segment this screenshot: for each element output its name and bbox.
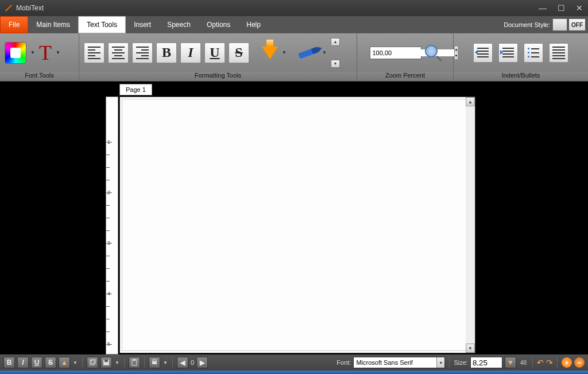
window-border-bottom <box>0 371 588 374</box>
status-number: 48 <box>520 360 527 366</box>
underline-button[interactable]: U <box>204 43 225 63</box>
page-scrollbar[interactable]: ▲ ▼ <box>466 97 475 353</box>
document-page[interactable]: ▲ ▼ <box>119 97 475 353</box>
highlight-dropdown[interactable]: ▼ <box>322 43 327 63</box>
svg-rect-7 <box>153 360 156 361</box>
status-next-button[interactable]: ▶ <box>196 357 208 368</box>
status-up-dropdown[interactable]: ▼ <box>72 352 78 373</box>
statusbar: B I U S ▲ ▼ ▼ ▼ ◀ 0 ▶ Font: Microsoft Sa… <box>0 354 588 371</box>
menu-help[interactable]: Help <box>238 16 269 33</box>
bullets-button[interactable] <box>524 43 543 63</box>
justify-button[interactable] <box>549 43 568 63</box>
insert-arrow-dropdown[interactable]: ▼ <box>281 43 287 63</box>
scroll-up-button[interactable]: ▲ <box>466 97 475 106</box>
app-icon <box>5 4 13 12</box>
menu-speech[interactable]: Speech <box>159 16 199 33</box>
status-strike-button[interactable]: S <box>45 357 56 368</box>
menu-main-items[interactable]: Main Items <box>28 16 78 33</box>
increase-indent-button[interactable] <box>498 43 518 63</box>
format-down-button[interactable]: ▼ <box>331 60 340 68</box>
ribbon-label-indent: Indent/Bullets <box>454 72 588 81</box>
bold-button[interactable]: B <box>156 43 177 63</box>
status-paste-button[interactable] <box>129 357 140 368</box>
status-bold-button[interactable]: B <box>3 357 15 368</box>
format-up-button[interactable]: ▲ <box>331 38 340 46</box>
window-title: MobiText <box>16 4 539 12</box>
ribbon-label-font-tools: Font Tools <box>0 72 79 81</box>
zoom-input[interactable]: ▲ ▼ <box>370 47 421 59</box>
zoom-magnifier-icon[interactable] <box>425 45 441 61</box>
document-style-swatch[interactable] <box>552 18 567 31</box>
redo-button[interactable]: ↷ <box>546 358 553 367</box>
status-italic-button[interactable]: I <box>17 357 29 368</box>
font-color-dropdown[interactable]: ▼ <box>30 43 36 63</box>
align-center-button[interactable] <box>108 43 129 63</box>
status-print-button[interactable] <box>149 357 160 368</box>
menu-file[interactable]: File <box>0 16 28 33</box>
page-tab[interactable]: Page 1 <box>119 84 152 95</box>
vertical-ruler: 1 2 3 4 5 <box>106 97 118 354</box>
svg-rect-1 <box>91 359 95 364</box>
ribbon-label-zoom: Zoom Percent <box>357 72 453 81</box>
font-style-dropdown[interactable]: ▼ <box>55 43 61 63</box>
scroll-down-button[interactable]: ▼ <box>466 344 475 353</box>
decrease-indent-button[interactable] <box>473 43 493 63</box>
document-style-label: Document Style: <box>504 21 550 28</box>
strikethrough-button[interactable]: S <box>229 43 249 63</box>
zoom-in-button[interactable]: + <box>562 357 572 368</box>
font-select-dropdown[interactable]: ▼ <box>436 357 444 368</box>
font-label: Font: <box>336 359 351 366</box>
align-left-button[interactable] <box>84 43 105 63</box>
zoom-value-field[interactable] <box>370 49 454 56</box>
menu-options[interactable]: Options <box>199 16 238 33</box>
status-print-dropdown[interactable]: ▼ <box>163 352 168 373</box>
status-copy-button[interactable] <box>87 357 98 368</box>
titlebar: MobiText — ☐ ✕ <box>0 0 588 16</box>
font-select[interactable]: Microsoft Sans Serif ▼ <box>353 357 445 368</box>
zoom-out-button[interactable]: − <box>574 357 585 368</box>
undo-button[interactable]: ↶ <box>537 358 544 367</box>
status-save-button[interactable] <box>100 357 112 368</box>
italic-button[interactable]: I <box>180 43 201 63</box>
close-button[interactable]: ✕ <box>575 4 583 12</box>
workspace: Page 1 1 2 3 4 5 ▲ ▼ <box>0 82 588 354</box>
document-style-toggle[interactable]: OFF <box>568 18 586 31</box>
font-select-value: Microsoft Sans Serif <box>354 359 436 366</box>
menu-insert[interactable]: Insert <box>126 16 159 33</box>
size-input[interactable] <box>470 357 502 368</box>
ribbon-label-formatting: Formatting Tools <box>79 72 357 81</box>
status-page-count: 0 <box>191 359 194 366</box>
svg-rect-3 <box>105 360 108 362</box>
status-save-dropdown[interactable]: ▼ <box>114 352 120 373</box>
highlight-button[interactable] <box>298 47 318 59</box>
font-color-button[interactable] <box>5 42 26 64</box>
ribbon: ▼ T ▼ Font Tools B I U S ▼ ▼ ▲ ▼ Forma <box>0 33 588 82</box>
insert-arrow-button[interactable] <box>262 47 278 59</box>
align-right-button[interactable] <box>132 43 153 63</box>
status-up-button[interactable]: ▲ <box>59 357 70 368</box>
menubar: File Main Items Text Tools Insert Speech… <box>0 16 588 33</box>
svg-rect-5 <box>133 359 136 361</box>
status-underline-button[interactable]: U <box>31 357 42 368</box>
size-dropdown-button[interactable]: ▼ <box>505 357 516 368</box>
minimize-button[interactable]: — <box>539 4 547 12</box>
svg-rect-0 <box>90 360 94 365</box>
svg-rect-6 <box>152 361 157 364</box>
status-prev-button[interactable]: ◀ <box>177 357 188 368</box>
size-label: Size: <box>454 359 467 366</box>
maximize-button[interactable]: ☐ <box>557 4 565 12</box>
font-style-button[interactable]: T <box>39 43 52 63</box>
menu-text-tools[interactable]: Text Tools <box>78 16 126 33</box>
